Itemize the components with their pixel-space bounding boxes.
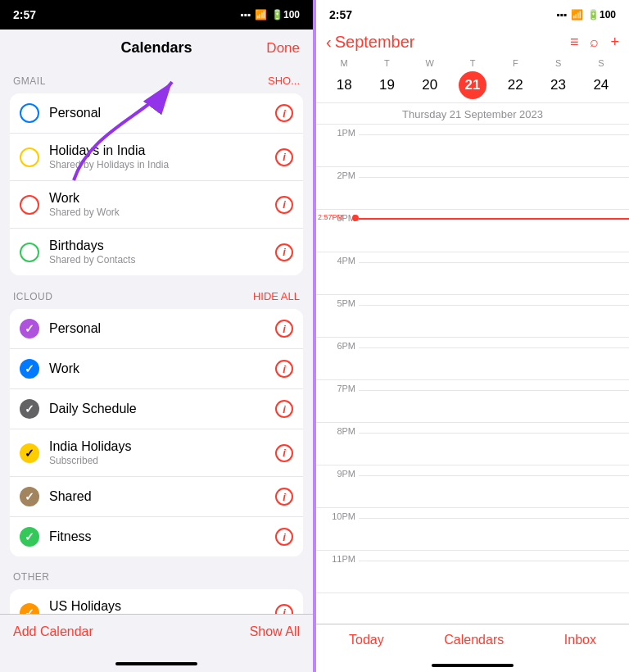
day-18[interactable]: 18: [330, 71, 358, 99]
daily-schedule-info[interactable]: i: [275, 400, 293, 418]
gmail-birthdays-info[interactable]: i: [275, 243, 293, 261]
gmail-holidays-item[interactable]: Holidays in India Shared by Holidays in …: [10, 134, 303, 181]
us-holidays-info[interactable]: i: [275, 604, 293, 615]
day-24[interactable]: 24: [587, 71, 615, 99]
day-19[interactable]: 19: [373, 71, 400, 99]
time-line-6pm: [359, 347, 629, 348]
today-button[interactable]: Today: [349, 633, 384, 647]
calendar-list: GMAIL SHO... Personal i Holidays in Indi…: [0, 66, 313, 614]
check-icon: ✓: [25, 490, 34, 503]
gmail-personal-item[interactable]: Personal i: [10, 93, 303, 134]
time-slot-5pm: 5PM: [316, 295, 629, 338]
india-holidays-text: India Holidays Subscribed: [49, 439, 275, 466]
day-letter-sun: S: [580, 58, 622, 68]
day-col-thu: T 21: [451, 58, 494, 99]
gmail-section-title: GMAIL: [13, 75, 46, 87]
time-line-9pm: [359, 475, 629, 476]
time-slot-6pm: 6PM: [316, 338, 629, 380]
daily-schedule-name: Daily Schedule: [49, 402, 275, 416]
icloud-personal-info[interactable]: i: [275, 320, 293, 338]
shared-item[interactable]: ✓ Shared i: [10, 477, 303, 517]
daily-schedule-item[interactable]: ✓ Daily Schedule i: [10, 389, 303, 429]
check-icon: ✓: [25, 322, 34, 335]
day-col-sun: S 24: [580, 58, 622, 99]
inbox-button[interactable]: Inbox: [564, 633, 596, 647]
fitness-info[interactable]: i: [275, 528, 293, 546]
other-calendar-group: ✓ US Holidays Subscribed i: [10, 589, 303, 614]
gmail-work-icon: [20, 195, 39, 215]
india-holidays-icon: ✓: [20, 443, 39, 463]
time-label-8pm: 8PM: [316, 423, 359, 436]
day-20[interactable]: 20: [416, 71, 444, 99]
icloud-personal-item[interactable]: ✓ Personal i: [10, 309, 303, 349]
check-icon: ✓: [25, 606, 34, 615]
day-col-fri: F 22: [494, 58, 536, 99]
fitness-item[interactable]: ✓ Fitness i: [10, 517, 303, 556]
time-label-9pm: 9PM: [316, 465, 359, 479]
day-col-mon: M 18: [323, 58, 365, 99]
status-icons-right: ▪▪▪ 📶 🔋100: [556, 9, 616, 20]
gmail-birthdays-icon: [20, 243, 39, 262]
time-label-5pm: 5PM: [316, 295, 359, 308]
icloud-work-item[interactable]: ✓ Work i: [10, 349, 303, 389]
time-grid[interactable]: 1PM 2PM 3PM 2:57PM 4PM 5PM 6PM: [316, 125, 629, 624]
gmail-work-item[interactable]: Work Shared by Work i: [10, 181, 303, 229]
done-button[interactable]: Done: [266, 40, 300, 57]
day-22[interactable]: 22: [501, 71, 529, 99]
check-icon: ✓: [25, 530, 34, 543]
gmail-holidays-text: Holidays in India Shared by Holidays in …: [49, 143, 275, 170]
month-title[interactable]: September: [335, 33, 415, 52]
fitness-icon: ✓: [20, 527, 39, 547]
india-holidays-info[interactable]: i: [275, 444, 293, 462]
calendars-header: Calendars Done: [0, 30, 313, 66]
time-slot-10pm: 10PM: [316, 508, 629, 551]
time-slot-3pm: 3PM 2:57PM: [316, 210, 629, 252]
day-col-sat: S 23: [536, 58, 579, 99]
time-line-7pm: [359, 390, 629, 391]
time-label-7pm: 7PM: [316, 380, 359, 393]
gmail-birthdays-item[interactable]: Birthdays Shared by Contacts i: [10, 229, 303, 275]
icloud-hide-action[interactable]: HIDE ALL: [253, 290, 300, 302]
us-holidays-item[interactable]: ✓ US Holidays Subscribed i: [10, 589, 303, 614]
other-section-header: OTHER: [0, 563, 313, 586]
gmail-personal-icon: [20, 103, 39, 123]
add-event-icon[interactable]: +: [610, 34, 619, 51]
wifi-icon: 📶: [255, 9, 267, 20]
time-slot-1pm: 1PM: [316, 125, 629, 167]
india-holidays-item[interactable]: ✓ India Holidays Subscribed i: [10, 429, 303, 477]
gmail-holidays-sub: Shared by Holidays in India: [49, 159, 275, 170]
day-letter-tue: T: [365, 58, 408, 68]
shared-info[interactable]: i: [275, 488, 293, 506]
time-slot-4pm: 4PM: [316, 252, 629, 295]
list-view-icon[interactable]: ≡: [570, 34, 579, 51]
calendars-button[interactable]: Calendars: [444, 633, 504, 647]
gmail-work-info[interactable]: i: [275, 196, 293, 214]
time-line-1pm: [359, 134, 629, 135]
time-line-5pm: [359, 305, 629, 306]
battery-icon-right: 🔋100: [587, 9, 616, 20]
status-bar-left: 2:57 ▪▪▪ 📶 🔋100: [0, 0, 313, 30]
page-title: Calendars: [120, 39, 192, 57]
add-calendar-button[interactable]: Add Calendar: [13, 624, 93, 639]
time-label-6pm: 6PM: [316, 338, 359, 351]
icloud-work-icon: ✓: [20, 359, 39, 379]
gmail-personal-info[interactable]: i: [275, 104, 293, 122]
search-icon[interactable]: ⌕: [590, 34, 599, 51]
check-icon: ✓: [25, 362, 34, 375]
show-all-button[interactable]: Show All: [250, 624, 300, 639]
icloud-work-info[interactable]: i: [275, 360, 293, 378]
day-21-today[interactable]: 21: [459, 71, 486, 99]
day-23[interactable]: 23: [545, 71, 572, 99]
gmail-birthdays-sub: Shared by Contacts: [49, 254, 275, 266]
prev-month-button[interactable]: ‹: [326, 33, 332, 52]
week-row: M 18 T 19 W 20 T 21 F 22 S 23 S 24: [316, 55, 629, 103]
us-holidays-name: US Holidays: [49, 599, 275, 614]
gmail-calendar-group: Personal i Holidays in India Shared by H…: [10, 93, 303, 275]
gmail-show-action[interactable]: SHO...: [268, 75, 300, 87]
day-letter-mon: M: [323, 58, 365, 68]
shared-text: Shared: [49, 489, 275, 504]
gmail-holidays-info[interactable]: i: [275, 148, 293, 166]
fitness-text: Fitness: [49, 529, 275, 544]
time-line-8pm: [359, 433, 629, 434]
daily-schedule-icon: ✓: [20, 399, 39, 419]
